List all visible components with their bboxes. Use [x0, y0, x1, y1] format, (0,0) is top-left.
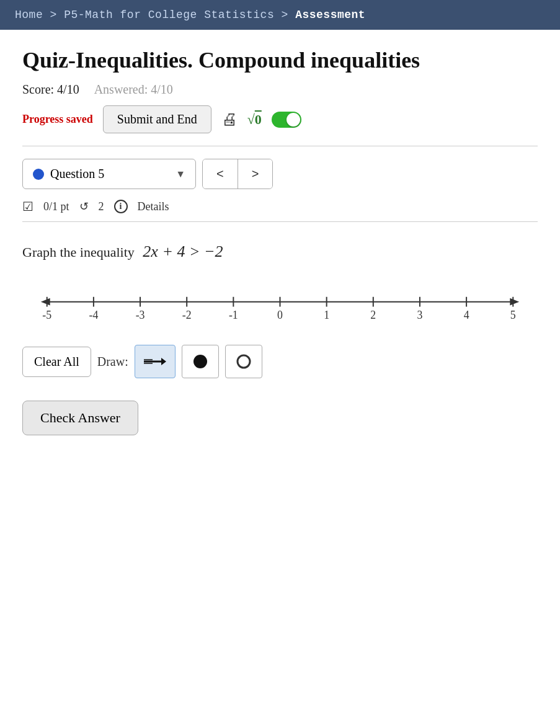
chevron-down-icon: ▼	[176, 169, 185, 180]
answered-value: Answered: 4/10	[94, 82, 173, 97]
question-selector-row: Question 5 ▼ < >	[22, 159, 538, 189]
sqrt-icon: √0	[247, 112, 262, 128]
score-row: Score: 4/10 Answered: 4/10	[22, 82, 538, 97]
filled-dot-icon	[192, 353, 209, 370]
details-link[interactable]: Details	[138, 200, 169, 213]
question-status-dot	[33, 169, 44, 180]
draw-open-dot-button[interactable]	[225, 345, 262, 378]
toggle-container[interactable]	[272, 112, 301, 128]
svg-text:-2: -2	[182, 309, 192, 322]
svg-text:-1: -1	[229, 309, 238, 322]
svg-marker-26	[161, 358, 166, 365]
svg-text:-4: -4	[89, 309, 98, 322]
svg-marker-1	[41, 298, 50, 306]
submit-end-button[interactable]: Submit and End	[103, 105, 211, 133]
svg-text:2: 2	[370, 309, 376, 322]
question-text: Graph the inequality 2x + 4 > −2	[22, 239, 538, 264]
svg-text:5: 5	[510, 309, 516, 322]
nav-sep1: >	[50, 9, 57, 21]
clear-all-button[interactable]: Clear All	[22, 347, 91, 377]
question-dropdown[interactable]: Question 5 ▼	[22, 159, 196, 189]
svg-text:-3: -3	[136, 309, 145, 322]
nav-home[interactable]: Home	[15, 9, 43, 21]
retry-icon: ↺	[79, 200, 89, 213]
nav-course[interactable]: P5-Math for College Statistics	[64, 9, 274, 21]
nav-sep2: >	[282, 9, 288, 21]
svg-text:-5: -5	[42, 309, 51, 322]
svg-text:1: 1	[324, 309, 329, 322]
divider-2	[22, 221, 538, 222]
arrow-tool-icon	[144, 355, 166, 368]
check-box-icon: ☑	[22, 199, 33, 214]
math-formula: 2x + 4 > −2	[143, 242, 223, 260]
draw-label: Draw:	[97, 355, 128, 369]
draw-filled-dot-button[interactable]	[182, 345, 219, 378]
svg-text:4: 4	[464, 309, 469, 322]
number-line-svg: -5 -4 -3 -2 -1 0 1 2 3 4 5	[29, 283, 531, 326]
svg-text:0: 0	[277, 309, 283, 322]
info-symbol: i	[120, 202, 122, 211]
svg-text:3: 3	[417, 309, 423, 322]
draw-arrow-tool-button[interactable]	[135, 345, 176, 378]
print-icon[interactable]: 🖨	[221, 110, 238, 129]
number-line-container: -5 -4 -3 -2 -1 0 1 2 3 4 5	[22, 283, 538, 326]
score-value: Score: 4/10	[22, 82, 79, 97]
points-value: 0/1 pt	[43, 200, 69, 213]
toggle-knob	[287, 113, 300, 127]
prev-question-button[interactable]: <	[203, 159, 238, 189]
question-label: Question 5	[50, 167, 169, 181]
info-icon[interactable]: i	[114, 200, 128, 213]
divider-1	[22, 146, 538, 146]
progress-saved-label: Progress saved	[22, 113, 93, 126]
nav-arrows: < >	[202, 159, 273, 189]
draw-tools: Clear All Draw:	[22, 345, 538, 378]
check-answer-button[interactable]: Check Answer	[22, 401, 138, 435]
controls-row: Progress saved Submit and End 🖨 √0	[22, 105, 538, 133]
next-question-button[interactable]: >	[238, 159, 273, 189]
points-row: ☑ 0/1 pt ↺ 2 i Details	[22, 199, 538, 214]
quiz-title: Quiz-Inequalities. Compound inequalities	[22, 47, 538, 74]
retries-count: 2	[99, 200, 104, 213]
breadcrumb: Home > P5-Math for College Statistics > …	[0, 0, 560, 30]
nav-current: Assessment	[295, 9, 365, 21]
svg-marker-2	[510, 298, 519, 306]
svg-point-30	[238, 355, 250, 368]
open-dot-icon	[235, 353, 252, 370]
svg-point-29	[193, 355, 207, 368]
toggle-switch[interactable]	[272, 112, 301, 128]
